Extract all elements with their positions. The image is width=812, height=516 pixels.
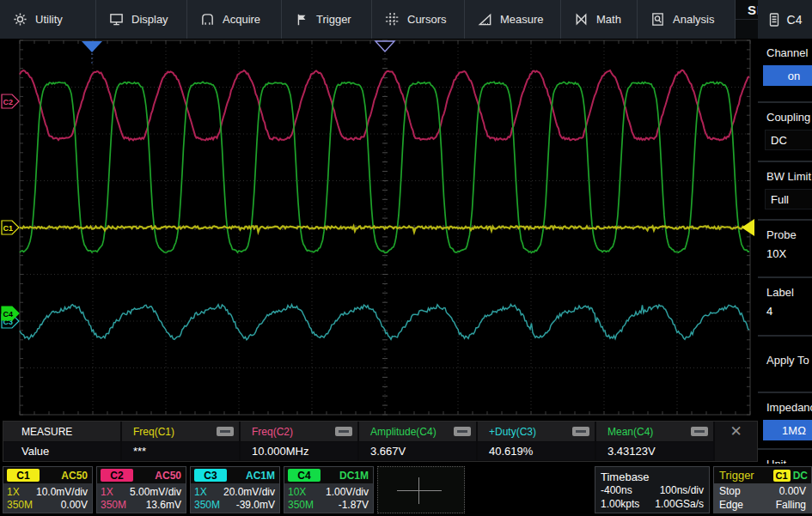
channel-box-c2[interactable]: C2 AC50 1X5.00mV/div 350M13.6mV	[96, 466, 186, 513]
menu-trigger[interactable]: Trigger	[282, 0, 372, 39]
apply-to-button[interactable]: Apply To	[766, 354, 812, 367]
channel-box-c4[interactable]: C4 DC1M 10X1.00V/div 350M-1.87V	[284, 466, 374, 513]
measure-header-mean-c4[interactable]: Mean(C4)	[596, 422, 713, 441]
oscilloscope-screen: Utility Display Acquire Trigger Cursors	[0, 0, 812, 516]
gear-icon	[13, 12, 27, 27]
timebase-box[interactable]: Timebase -400ns100ns/div 1.00kpts1.00GSa…	[595, 466, 710, 513]
list-icon	[768, 13, 780, 27]
timebase-title: Timebase	[601, 470, 704, 483]
measure-header-freq-c1[interactable]: Freq(C1)	[122, 422, 239, 441]
c3-offset: -39.0mV	[236, 499, 275, 511]
channel-box-c1[interactable]: C1 AC50 1X10.0mV/div 350M0.00V	[3, 466, 93, 513]
trigger-slope: Falling	[776, 499, 806, 511]
c2-scale: 5.00mV/div	[130, 486, 181, 498]
menu-utility-label: Utility	[35, 13, 63, 26]
menu-math-label: Math	[596, 13, 621, 26]
timebase-points: 1.00kpts	[601, 498, 639, 510]
plus-icon	[397, 490, 442, 491]
remove-measure-button[interactable]	[691, 427, 708, 436]
c2-probe: 1X	[101, 486, 113, 498]
trigger-box[interactable]: Trigger C1 DC Stop0.00V EdgeFalling	[713, 466, 812, 513]
menu-display[interactable]: Display	[96, 0, 187, 39]
trigger-source-chip: C1	[773, 470, 791, 482]
analysis-icon	[650, 12, 665, 27]
menu-acquire[interactable]: Acquire	[187, 0, 282, 39]
c3-coupling: AC1M	[246, 470, 275, 482]
measure-value-freq-c1: ***	[122, 442, 239, 460]
measure-row-label: Value	[3, 442, 120, 460]
side-panel-header[interactable]: C4	[758, 0, 812, 39]
trigger-coupling: DC	[793, 470, 808, 482]
waveform-display[interactable]: C3C4C2C1	[0, 39, 758, 418]
c1-coupling: AC50	[61, 470, 88, 482]
measure-value-duty-c3: 40.619%	[478, 442, 595, 460]
c2-chip: C2	[101, 469, 133, 482]
add-channel-slot[interactable]	[377, 466, 465, 513]
c1-probe: 1X	[7, 486, 20, 498]
bw-limit-button[interactable]: Full	[765, 189, 812, 209]
cursors-icon	[385, 12, 400, 27]
c4-bandwidth: 350M	[288, 499, 314, 511]
menu-analysis[interactable]: Analysis	[638, 0, 736, 39]
channel-settings-panel: Channel on Coupling DC BW Limit Full Pro…	[758, 39, 812, 464]
display-icon	[109, 12, 124, 27]
c1-scale: 10.0mV/div	[36, 486, 88, 498]
c2-bandwidth: 350M	[101, 499, 126, 511]
flag-icon	[295, 13, 308, 27]
measure-header-duty-c3[interactable]: +Duty(C3)	[478, 422, 595, 441]
measure-title: MEASURE	[21, 426, 72, 438]
channel-on-button[interactable]: on	[763, 65, 812, 86]
menu-utility[interactable]: Utility	[0, 0, 96, 39]
menu-display-label: Display	[131, 13, 168, 26]
channel-box-c3[interactable]: C3 AC1M 1X20.0mV/div 350M-39.0mV	[190, 466, 280, 513]
impedance-button[interactable]: 1MΩ	[763, 420, 812, 440]
trigger-status: Stop	[719, 485, 741, 497]
bottom-status-bar: C1 AC50 1X10.0mV/div 350M0.00V C2 AC50 1…	[0, 464, 812, 516]
menu-analysis-label: Analysis	[673, 13, 714, 26]
measure-value-amplitude-c4: 3.667V	[359, 442, 476, 460]
impedance-label: Impedance	[766, 401, 812, 414]
coupling-button[interactable]: DC	[765, 130, 812, 150]
channel-marker-label: C2	[3, 98, 14, 106]
c4-scale: 1.00V/div	[326, 486, 369, 498]
c1-offset: 0.00V	[61, 499, 88, 511]
menu-math[interactable]: Math	[561, 0, 638, 39]
channel-marker-label: C1	[3, 224, 14, 233]
acquire-icon	[200, 12, 215, 27]
close-icon[interactable]: ✕	[725, 423, 748, 440]
bw-limit-label: BW Limit	[766, 170, 812, 183]
c4-chip: C4	[288, 469, 321, 482]
remove-measure-button[interactable]	[572, 427, 589, 436]
label-value[interactable]: 4	[766, 305, 812, 318]
trigger-delay-marker[interactable]	[375, 41, 394, 52]
remove-measure-button[interactable]	[454, 427, 471, 436]
timebase-samplerate: 1.00GSa/s	[655, 498, 704, 510]
c1-chip: C1	[7, 469, 40, 482]
c3-bandwidth: 350M	[194, 499, 220, 511]
c3-probe: 1X	[194, 486, 207, 498]
c3-scale: 20.0mV/div	[223, 486, 275, 498]
trigger-level: 0.00V	[779, 485, 806, 497]
remove-measure-button[interactable]	[335, 427, 352, 436]
trigger-position-marker[interactable]	[82, 41, 102, 52]
measure-header-amplitude-c4[interactable]: Amplitude(C4)	[359, 422, 476, 441]
menu-acquire-label: Acquire	[223, 13, 260, 26]
waveform-area[interactable]: C3C4C2C1	[0, 39, 758, 418]
remove-measure-button[interactable]	[217, 427, 234, 436]
trigger-level-marker[interactable]	[742, 219, 754, 236]
channel-marker-label: C4	[3, 310, 14, 319]
menu-measure-label: Measure	[500, 13, 544, 26]
top-menu-bar: Utility Display Acquire Trigger Cursors	[0, 0, 758, 39]
menu-cursors[interactable]: Cursors	[372, 0, 465, 39]
menu-trigger-label: Trigger	[316, 13, 351, 26]
menu-cursors-label: Cursors	[407, 13, 447, 26]
measure-panel: MEASURE Value Freq(C1) *** Freq(C2) 10.0…	[0, 418, 758, 464]
trigger-type: Edge	[719, 499, 743, 511]
probe-value[interactable]: 10X	[766, 247, 812, 260]
timebase-scale: 100ns/div	[660, 484, 704, 496]
menu-measure[interactable]: Measure	[465, 0, 561, 39]
timebase-delay: -400ns	[601, 484, 632, 496]
measure-header-freq-c2[interactable]: Freq(C2)	[241, 422, 357, 441]
measure-icon	[478, 12, 492, 27]
c2-coupling: AC50	[155, 470, 181, 482]
